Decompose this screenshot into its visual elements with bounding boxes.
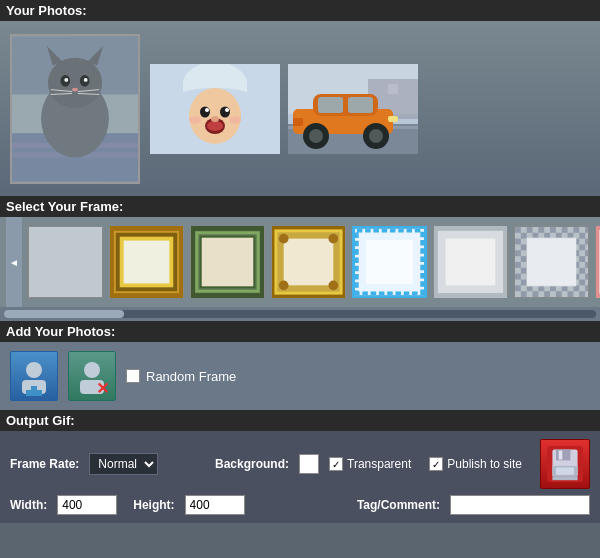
frames-area: ◄	[0, 217, 600, 307]
svg-rect-88	[26, 390, 42, 396]
your-photos-section: Your Photos:	[0, 0, 600, 196]
width-input[interactable]	[57, 495, 117, 515]
add-photos-section: Add Your Photos: ✕ Random Frame	[0, 321, 600, 410]
svg-rect-57	[201, 237, 255, 288]
frame-rate-label: Frame Rate:	[10, 457, 79, 471]
transparent-area: ✓ Transparent	[329, 457, 411, 471]
svg-point-11	[64, 77, 68, 81]
scrollbar-track	[4, 310, 596, 318]
svg-point-24	[200, 106, 210, 117]
height-input[interactable]	[185, 495, 245, 515]
svg-text:✕: ✕	[96, 380, 109, 396]
svg-rect-98	[552, 477, 577, 481]
photo-thumb-cat[interactable]	[10, 34, 140, 184]
add-photo-button[interactable]	[10, 351, 58, 401]
output-row-1: Frame Rate: Normal Fast Slow Background:…	[10, 439, 590, 489]
frame-item-2[interactable]	[109, 226, 184, 298]
random-frame-checkbox[interactable]	[126, 369, 140, 383]
frame-item-3[interactable]	[190, 226, 265, 298]
svg-point-6	[48, 57, 102, 107]
svg-rect-69	[366, 240, 413, 284]
svg-point-27	[225, 108, 229, 112]
svg-point-46	[369, 129, 383, 143]
output-gif-area: Frame Rate: Normal Fast Slow Background:…	[0, 431, 600, 523]
select-frame-label: Select Your Frame:	[6, 199, 123, 214]
svg-rect-77	[515, 227, 588, 297]
add-photos-header: Add Your Photos:	[0, 321, 600, 342]
transparent-checkbox[interactable]: ✓	[329, 457, 343, 471]
frame-item-8[interactable]: ♥ ♥ ♥	[595, 226, 600, 298]
frame-rate-select[interactable]: Normal Fast Slow	[89, 453, 158, 475]
svg-point-30	[189, 116, 201, 124]
svg-point-85	[26, 362, 42, 378]
your-photos-label: Your Photos:	[6, 3, 87, 18]
output-gif-header: Output Gif:	[0, 410, 600, 431]
svg-point-66	[328, 280, 338, 290]
select-frame-header: Select Your Frame:	[0, 196, 600, 217]
svg-point-63	[279, 234, 289, 244]
add-photos-area: ✕ Random Frame	[0, 342, 600, 410]
svg-point-89	[84, 362, 100, 378]
scrollbar-thumb[interactable]	[4, 310, 124, 318]
add-photos-label: Add Your Photos:	[6, 324, 115, 339]
frame-item-6[interactable]	[433, 226, 508, 298]
photo-thumb-car[interactable]	[288, 64, 418, 154]
delete-photo-button[interactable]: ✕	[68, 351, 116, 401]
svg-point-26	[205, 108, 209, 112]
svg-rect-48	[293, 118, 303, 126]
svg-rect-53	[124, 241, 170, 284]
frame-item-5[interactable]	[352, 226, 427, 298]
svg-point-29	[207, 121, 223, 131]
output-gif-label: Output Gif:	[6, 413, 75, 428]
svg-point-32	[211, 116, 219, 122]
photo-strip	[150, 64, 418, 154]
svg-rect-97	[556, 468, 574, 475]
svg-point-13	[72, 87, 78, 91]
tag-comment-input[interactable]	[450, 495, 590, 515]
frame-item-7[interactable]	[514, 226, 589, 298]
svg-rect-41	[318, 97, 343, 113]
your-photos-area	[0, 21, 600, 196]
svg-rect-47	[388, 116, 398, 122]
save-button[interactable]	[540, 439, 590, 489]
publish-label: Publish to site	[447, 457, 522, 471]
select-frame-section: Select Your Frame: ◄	[0, 196, 600, 321]
svg-point-12	[84, 77, 88, 81]
svg-rect-62	[284, 239, 334, 286]
random-frame-label: Random Frame	[146, 369, 236, 384]
svg-point-65	[279, 280, 289, 290]
svg-rect-72	[446, 239, 496, 286]
frame-item-4[interactable]	[271, 226, 346, 298]
tag-comment-label: Tag/Comment:	[357, 498, 440, 512]
publish-checkbox[interactable]: ✓	[429, 457, 443, 471]
svg-point-64	[328, 234, 338, 244]
svg-rect-36	[388, 84, 398, 94]
width-label: Width:	[10, 498, 47, 512]
svg-point-25	[220, 106, 230, 117]
svg-point-44	[309, 129, 323, 143]
svg-rect-80	[596, 227, 600, 297]
publish-area: ✓ Publish to site	[429, 457, 522, 471]
svg-rect-78	[527, 238, 577, 287]
svg-point-31	[229, 116, 241, 124]
frame-item-1[interactable]	[28, 226, 103, 298]
transparent-label: Transparent	[347, 457, 411, 471]
random-frame-area: Random Frame	[126, 369, 236, 384]
photo-thumb-baby[interactable]	[150, 64, 280, 154]
frames-scroll-left[interactable]: ◄	[6, 217, 22, 307]
output-gif-section: Output Gif: Frame Rate: Normal Fast Slow…	[0, 410, 600, 523]
your-photos-header: Your Photos:	[0, 0, 600, 21]
frames-scrollbar[interactable]	[0, 307, 600, 321]
height-label: Height:	[133, 498, 174, 512]
svg-rect-95	[559, 451, 563, 460]
svg-rect-42	[348, 97, 373, 113]
background-label: Background:	[215, 457, 289, 471]
background-swatch[interactable]	[299, 454, 319, 474]
output-row-2: Width: Height: Tag/Comment:	[10, 495, 590, 515]
svg-rect-94	[556, 450, 570, 461]
